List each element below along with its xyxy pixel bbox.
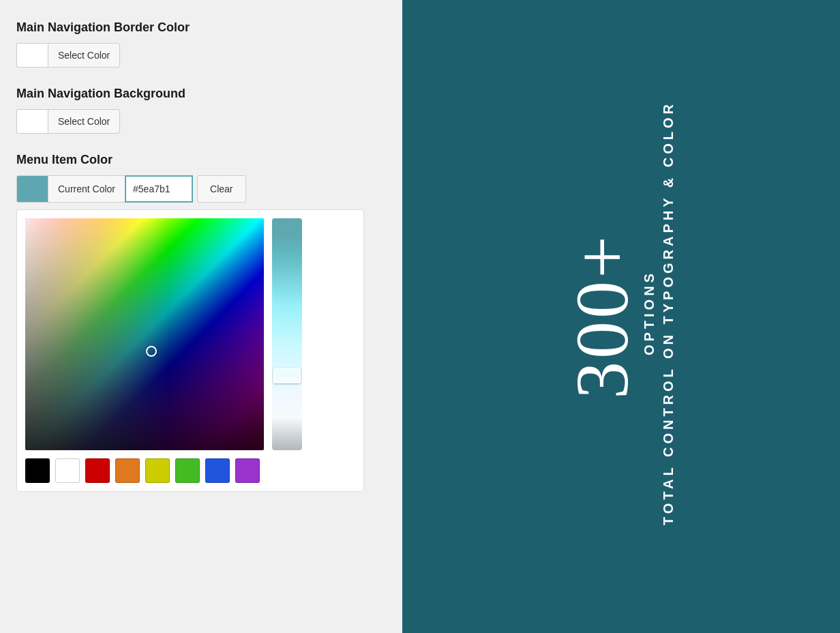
- preset-swatch-orange[interactable]: [115, 458, 140, 483]
- vertical-text-wrapper: 300+ Options Total Control on Typography…: [565, 101, 678, 532]
- nav-border-select-btn[interactable]: Select Color: [48, 43, 120, 68]
- preset-swatch-blue[interactable]: [205, 458, 230, 483]
- hex-input[interactable]: [125, 175, 193, 203]
- gradient-bg: [25, 218, 264, 450]
- big-number: 300+: [565, 233, 640, 399]
- left-panel: Main Navigation Border Color Select Colo…: [0, 0, 402, 633]
- hue-slider-container: [272, 218, 302, 450]
- preset-swatch-black[interactable]: [25, 458, 50, 483]
- preset-swatch-yellow[interactable]: [145, 458, 170, 483]
- right-panel: 300+ Options Total Control on Typography…: [402, 0, 840, 633]
- picker-main: [25, 218, 355, 450]
- preset-swatch-red[interactable]: [85, 458, 110, 483]
- nav-bg-row: Select Color: [16, 109, 386, 134]
- nav-bg-section: Main Navigation Background Select Color: [16, 87, 386, 134]
- subtitle-options: Options: [640, 271, 659, 356]
- nav-bg-swatch: [16, 109, 48, 134]
- menu-item-row: Current Color Clear: [16, 175, 386, 203]
- hue-slider-track[interactable]: [272, 218, 302, 450]
- preset-swatch-green[interactable]: [175, 458, 200, 483]
- preset-swatch-purple[interactable]: [235, 458, 260, 483]
- subtitle-control: Total Control on Typography & Color: [659, 101, 678, 525]
- color-picker-widget: [16, 209, 364, 492]
- nav-border-title: Main Navigation Border Color: [16, 20, 386, 35]
- nav-bg-select-btn[interactable]: Select Color: [48, 109, 120, 134]
- preset-colors: [25, 458, 355, 483]
- menu-item-title: Menu Item Color: [16, 153, 386, 167]
- nav-border-section: Main Navigation Border Color Select Colo…: [16, 20, 386, 68]
- nav-border-row: Select Color: [16, 43, 386, 68]
- current-color-btn[interactable]: Current Color: [48, 175, 125, 203]
- menu-item-section: Menu Item Color Current Color Clear: [16, 153, 386, 492]
- gradient-black-overlay: [25, 218, 264, 450]
- nav-border-swatch: [16, 43, 48, 68]
- color-gradient-canvas[interactable]: [25, 218, 264, 450]
- hue-slider-handle[interactable]: [273, 368, 301, 383]
- nav-bg-title: Main Navigation Background: [16, 87, 386, 101]
- picker-cursor[interactable]: [146, 346, 157, 357]
- clear-btn[interactable]: Clear: [197, 175, 245, 203]
- menu-item-swatch: [16, 175, 48, 203]
- preset-swatch-white[interactable]: [55, 458, 80, 483]
